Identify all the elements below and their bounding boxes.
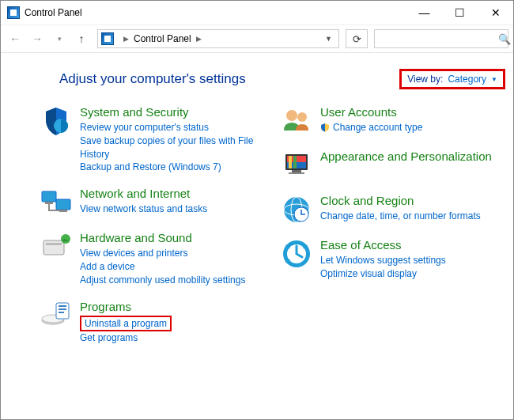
category-appearance[interactable]: Appearance and Personalization: [320, 149, 505, 164]
breadcrumb[interactable]: Control Panel: [134, 33, 191, 44]
chevron-right-icon[interactable]: ▶: [191, 35, 206, 43]
link-add-device[interactable]: Add a device: [80, 260, 265, 274]
left-column: System and Security Review your computer…: [40, 105, 265, 345]
control-panel-icon: [101, 32, 114, 45]
content-area: Adjust your computer's settings View by:…: [1, 53, 513, 353]
address-dropdown-icon[interactable]: ▼: [322, 35, 335, 43]
link-change-account-type[interactable]: Change account type: [320, 121, 505, 134]
link-backup-restore[interactable]: Backup and Restore (Windows 7): [80, 161, 265, 174]
appearance-icon: [281, 149, 312, 181]
navbar: ← → ▾ ↑ ▶ Control Panel ▶ ▼ ⟳ 🔍: [1, 25, 513, 53]
svg-rect-11: [59, 305, 66, 307]
network-internet-icon: [40, 187, 72, 218]
minimize-button[interactable]: —: [406, 1, 442, 25]
svg-point-15: [297, 112, 307, 122]
link-change-date-time[interactable]: Change date, time, or number formats: [320, 210, 505, 223]
titlebar: Control Panel — ☐ ✕: [1, 1, 513, 25]
svg-rect-22: [289, 172, 304, 174]
category-programs[interactable]: Programs: [80, 300, 265, 314]
category-user-accounts[interactable]: User Accounts: [320, 105, 505, 119]
svg-rect-3: [45, 202, 53, 204]
svg-rect-12: [59, 308, 66, 310]
link-uninstall-program[interactable]: Uninstall a program: [85, 317, 167, 331]
refresh-button[interactable]: ⟳: [346, 29, 368, 48]
system-security-icon: [40, 105, 72, 137]
link-file-history[interactable]: Save backup copies of your files with Fi…: [80, 134, 265, 161]
link-get-programs[interactable]: Get programs: [80, 331, 265, 345]
link-suggest-settings[interactable]: Let Windows suggest settings: [320, 254, 505, 267]
link-review-status[interactable]: Review your computer's status: [80, 121, 265, 134]
svg-rect-19: [289, 156, 292, 168]
category-ease-of-access[interactable]: Ease of Access: [320, 238, 505, 252]
link-mobility-settings[interactable]: Adjust commonly used mobility settings: [80, 274, 265, 287]
search-box[interactable]: 🔍: [374, 29, 508, 48]
category-system-security[interactable]: System and Security: [80, 105, 265, 119]
category-hardware-sound[interactable]: Hardware and Sound: [80, 231, 265, 245]
chevron-down-icon[interactable]: ▼: [491, 76, 497, 83]
ease-of-access-icon: [281, 238, 312, 270]
forward-button[interactable]: →: [28, 29, 47, 48]
link-devices-printers[interactable]: View devices and printers: [80, 247, 265, 260]
category-clock-region[interactable]: Clock and Region: [320, 194, 505, 208]
chevron-right-icon[interactable]: ▶: [119, 35, 134, 43]
svg-rect-2: [56, 199, 70, 210]
svg-rect-13: [59, 312, 64, 313]
search-input[interactable]: [380, 33, 498, 44]
address-bar[interactable]: ▶ Control Panel ▶ ▼: [97, 29, 339, 48]
page-title: Adjust your computer's settings: [40, 71, 399, 87]
view-by-value[interactable]: Category: [448, 74, 486, 85]
hardware-sound-icon: [40, 231, 72, 263]
link-network-status[interactable]: View network status and tasks: [80, 202, 265, 216]
view-by-label: View by:: [407, 74, 443, 85]
control-panel-icon: [7, 6, 20, 19]
svg-rect-5: [43, 240, 64, 255]
clock-region-icon: [281, 194, 312, 225]
svg-rect-21: [292, 170, 301, 172]
up-button[interactable]: ↑: [72, 29, 91, 48]
link-optimize-display[interactable]: Optimize visual display: [320, 267, 505, 281]
programs-icon: [40, 300, 72, 331]
search-icon[interactable]: 🔍: [498, 33, 511, 45]
svg-rect-6: [46, 243, 62, 245]
user-accounts-icon: [281, 105, 312, 137]
view-by-selector[interactable]: View by: Category ▼: [399, 69, 505, 89]
window-title: Control Panel: [25, 7, 82, 18]
right-column: User Accounts Change account type Appear…: [281, 105, 505, 345]
back-button[interactable]: ←: [6, 29, 25, 48]
recent-locations-button[interactable]: ▾: [50, 29, 69, 48]
svg-point-14: [286, 110, 297, 121]
maximize-button[interactable]: ☐: [442, 1, 478, 25]
svg-rect-1: [42, 191, 56, 202]
svg-point-7: [61, 234, 70, 244]
svg-rect-20: [293, 156, 297, 168]
shield-icon: [320, 123, 330, 132]
close-button[interactable]: ✕: [478, 1, 513, 25]
category-network-internet[interactable]: Network and Internet: [80, 187, 265, 201]
